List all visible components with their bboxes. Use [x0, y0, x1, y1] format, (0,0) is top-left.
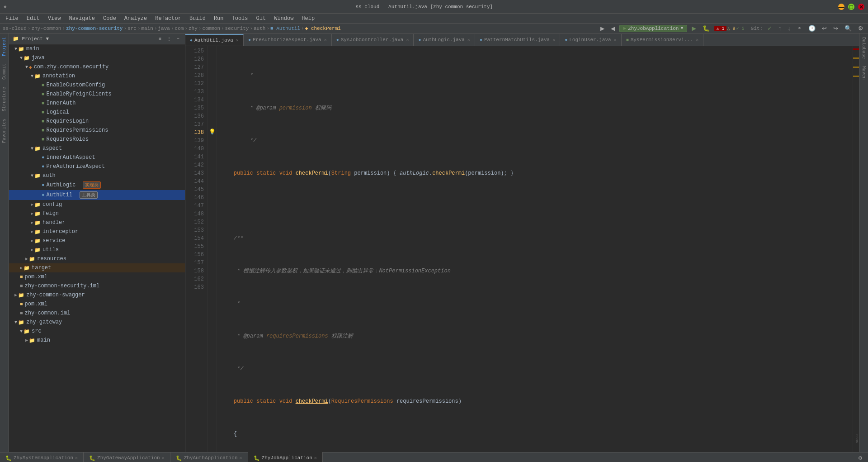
tree-item-PreAuthorizeAspect[interactable]: ● PreAuthorizeAspect: [9, 162, 185, 171]
tree-item-InnerAuthAspect[interactable]: ● InnerAuthAspect: [9, 153, 185, 162]
tab-SysJobController[interactable]: ● SysJobController.java ✕: [332, 34, 414, 46]
tree-item-target[interactable]: ▶ 📁 target: [9, 263, 185, 272]
tab-AuthUtil[interactable]: ● AuthUtil.java ✕: [185, 34, 244, 46]
tree-item-utils[interactable]: ▶ 📁 utils: [9, 245, 185, 254]
menu-window[interactable]: Window: [270, 14, 297, 23]
tree-item-aspect[interactable]: ▼ 📁 aspect: [9, 144, 185, 153]
undo-btn[interactable]: ↩: [820, 24, 829, 33]
tree-item-main[interactable]: ▼ 📁 main: [9, 44, 185, 53]
menu-file[interactable]: File: [2, 14, 22, 23]
tab-close-SysPerm[interactable]: ✕: [696, 37, 698, 43]
nav-submodule[interactable]: zhy-common-security: [66, 26, 123, 31]
run-config-button[interactable]: ► ZhyJobApplication ▼: [619, 25, 688, 32]
nav-java[interactable]: java: [158, 26, 170, 31]
clock-btn[interactable]: 🕑: [807, 24, 817, 33]
close-button[interactable]: ✕: [858, 4, 864, 10]
nav-module[interactable]: zhy-common: [31, 26, 61, 31]
search-everywhere[interactable]: 🔍: [843, 24, 854, 33]
run-button[interactable]: ▶: [690, 24, 698, 33]
settings-btn[interactable]: ⚙: [856, 24, 865, 33]
sidebar-close[interactable]: −: [175, 35, 181, 42]
tree-item-RequiresPermissions[interactable]: ■ RequiresPermissions: [9, 126, 185, 135]
panel-project[interactable]: Project: [1, 33, 8, 60]
code-editor[interactable]: * * @param permission 权限码 */ public stat…: [217, 46, 853, 452]
tree-item-auth[interactable]: ▼ 📁 auth: [9, 171, 185, 180]
tab-close-LoginUser[interactable]: ✕: [614, 37, 617, 43]
bottom-settings-btn[interactable]: ⚙: [856, 454, 864, 462]
bottom-tab-close-job[interactable]: ✕: [314, 455, 317, 461]
tab-close-AuthLogic[interactable]: ✕: [467, 37, 470, 43]
nav-main[interactable]: main: [142, 26, 153, 31]
tree-item-resources[interactable]: ▶ 📁 resources: [9, 254, 185, 263]
nav-project[interactable]: ss-cloud: [3, 26, 27, 31]
tree-item-pom2[interactable]: ■ pom.xml: [9, 300, 185, 309]
panel-commit[interactable]: Commit: [1, 60, 8, 83]
menu-help[interactable]: Help: [298, 14, 318, 23]
menu-view[interactable]: View: [44, 14, 65, 23]
nav-common[interactable]: common: [202, 26, 220, 31]
nav-auth-pkg[interactable]: auth: [254, 26, 265, 31]
git-check[interactable]: ✓: [765, 24, 774, 33]
tree-item-iml2[interactable]: ■ zhy-common.iml: [9, 309, 185, 318]
tree-item-interceptor[interactable]: ▶ 📁 interceptor: [9, 227, 185, 236]
nav-authutil[interactable]: ■ AuthUtil: [270, 26, 300, 31]
menu-build[interactable]: Build: [186, 14, 209, 23]
minimize-button[interactable]: —: [838, 4, 844, 10]
tree-item-EnableRyFeignClients[interactable]: ■ EnableRyFeignClients: [9, 90, 185, 99]
tree-item-EnableCustomConfig[interactable]: ■ EnableCustomConfig: [9, 81, 185, 90]
tab-PreAuthorizeAspect[interactable]: ● PreAuthorizeAspect.java ✕: [244, 34, 332, 46]
nav-com[interactable]: com: [175, 26, 184, 31]
redo-btn[interactable]: ↪: [831, 24, 840, 33]
menu-edit[interactable]: Edit: [23, 14, 43, 23]
tab-close-AuthUtil[interactable]: ✕: [236, 38, 239, 43]
git-branch[interactable]: ⚬: [795, 24, 804, 33]
tree-item-RequiresLogin[interactable]: ■ RequiresLogin: [9, 117, 185, 126]
debug-button[interactable]: 🐛: [701, 24, 712, 33]
nav-checkpermi[interactable]: ◆ checkPermi: [305, 25, 341, 31]
tree-item-AuthLogic[interactable]: ● AuthLogic 实现类: [9, 180, 185, 190]
tree-item-feign[interactable]: ▶ 📁 feign: [9, 209, 185, 218]
sidebar-collapse-all[interactable]: ≡: [157, 35, 163, 42]
tree-item-annotation[interactable]: ▼ 📁 annotation: [9, 71, 185, 81]
tree-item-src2[interactable]: ▼ 📁 src: [9, 327, 185, 336]
tree-item-pom[interactable]: ■ pom.xml: [9, 272, 185, 281]
sidebar-settings[interactable]: ⋮: [165, 35, 173, 42]
nav-tool-2[interactable]: ◀: [609, 24, 617, 33]
tree-item-InnerAuth[interactable]: ■ InnerAuth: [9, 99, 185, 108]
panel-structure[interactable]: Structure: [1, 83, 8, 115]
lightbulb-marker[interactable]: 💡: [209, 129, 216, 135]
bottom-tab-ZhyJob[interactable]: 🐛 ZhyJobApplication ✕: [248, 452, 323, 462]
git-down[interactable]: ↓: [786, 24, 793, 33]
tree-item-AuthUtil[interactable]: ● AuthUtil 工具类: [9, 190, 185, 200]
menu-navigate[interactable]: Navigate: [65, 14, 99, 23]
maximize-button[interactable]: □: [848, 4, 854, 10]
tab-close-PreAuthorize[interactable]: ✕: [324, 37, 327, 43]
tree-item-RequiresRoles[interactable]: ■ RequiresRoles: [9, 135, 185, 144]
tab-close-PatternMatch[interactable]: ✕: [552, 37, 555, 43]
panel-favorites[interactable]: Favorites: [1, 115, 8, 147]
tree-item-package[interactable]: ▼ ◆ com.zhy.common.security: [9, 62, 185, 71]
tree-item-swagger[interactable]: ▶ 📁 zhy-common-swagger: [9, 291, 185, 300]
bottom-tab-close-system[interactable]: ✕: [75, 455, 78, 461]
menu-tools[interactable]: Tools: [228, 14, 252, 23]
tree-item-Logical[interactable]: ■ Logical: [9, 108, 185, 117]
menu-refactor[interactable]: Refactor: [151, 14, 185, 23]
tab-close-SysJob[interactable]: ✕: [406, 37, 409, 43]
tree-item-iml[interactable]: ■ zhy-common-security.iml: [9, 281, 185, 291]
tree-item-java[interactable]: ▼ 📁 java: [9, 53, 185, 62]
nav-zhy[interactable]: zhy: [189, 26, 198, 31]
menu-run[interactable]: Run: [210, 14, 227, 23]
bottom-tab-ZhySystem[interactable]: 🐛 ZhySystemApplication ✕: [0, 452, 84, 462]
menu-git[interactable]: Git: [253, 14, 270, 23]
bottom-tab-ZhyAuth[interactable]: 🐛 ZhyAuthApplication ✕: [170, 452, 248, 462]
run-config-dropdown[interactable]: ▼: [680, 26, 683, 31]
panel-database[interactable]: Database: [860, 33, 867, 62]
menu-code[interactable]: Code: [99, 14, 120, 23]
tab-LoginUser[interactable]: ● LoginUser.java ✕: [560, 34, 621, 46]
bottom-tab-close-auth[interactable]: ✕: [240, 455, 242, 461]
nav-src[interactable]: src: [127, 26, 137, 31]
nav-security[interactable]: security: [225, 26, 249, 31]
tree-item-gateway[interactable]: ▼ 📁 zhy-gateway: [9, 318, 185, 327]
tree-item-main2[interactable]: ▶ 📁 main: [9, 336, 185, 345]
nav-tool-1[interactable]: ▶: [599, 24, 606, 33]
